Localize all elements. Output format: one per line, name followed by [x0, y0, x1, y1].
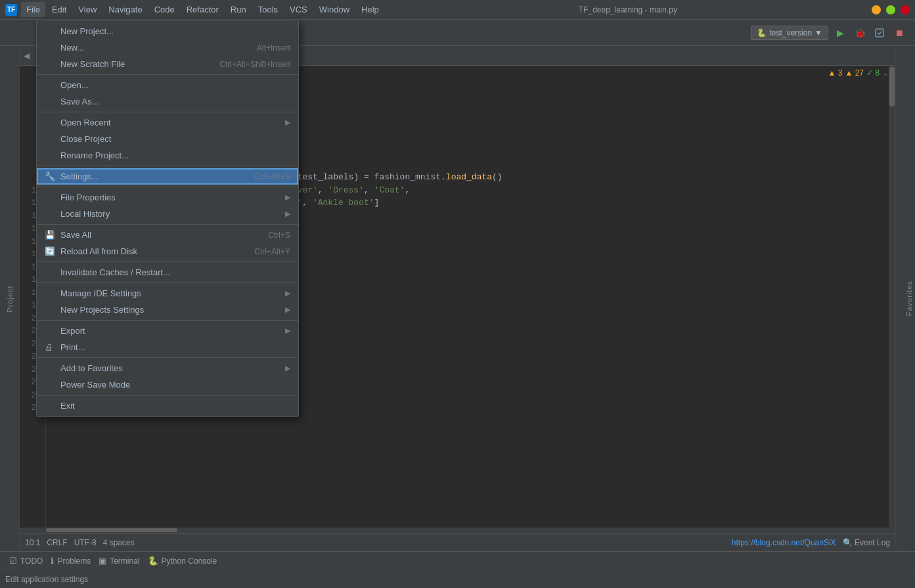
h-scroll[interactable]: [20, 528, 895, 533]
menu-entry-export[interactable]: Export ▶: [37, 323, 298, 339]
add-favorites-label: Add to Favorites: [60, 363, 285, 373]
menu-tools[interactable]: Tools: [253, 2, 283, 17]
menu-entry-reload-all[interactable]: 🔄 Reload All from Disk Ctrl+Alt+Y: [37, 243, 298, 260]
status-bar: 10:1 CRLF UTF-8 4 spaces https://blog.cs…: [20, 533, 895, 551]
debug-button[interactable]: 🐞: [852, 25, 868, 41]
settings-label: Settings...: [60, 171, 241, 181]
menu-entry-save-as[interactable]: Save As...: [37, 93, 298, 110]
menu-entry-rename-project[interactable]: Rename Project...: [37, 147, 298, 164]
editor-scrollbar[interactable]: [889, 66, 895, 528]
menu-entry-close-project[interactable]: Close Project: [37, 131, 298, 147]
status-right: https://blog.csdn.net/QuanSiX 🔍 Event Lo…: [732, 538, 890, 547]
settings-shortcut: Ctrl+Alt+S: [254, 172, 290, 181]
reload-all-label: Reload All from Disk: [60, 246, 241, 256]
reload-all-icon: 🔄: [45, 246, 58, 256]
problems-icon: ℹ: [51, 556, 54, 566]
error-count: ▲ 27: [845, 68, 864, 78]
gutter-warnings: ▲ 3 ▲ 27 ✓ 8 ⌄: [828, 68, 889, 78]
menu-entry-new[interactable]: New... Alt+Insert: [37, 39, 298, 56]
separator-2: [37, 112, 298, 112]
save-all-shortcut: Ctrl+S: [268, 231, 290, 240]
menu-entry-new-projects[interactable]: New Projects Settings ▶: [37, 302, 298, 318]
new-scratch-shortcut: Ctrl+Alt+Shift+Insert: [219, 60, 290, 69]
save-all-label: Save All: [60, 230, 255, 240]
separator-10: [37, 395, 298, 396]
manage-ide-label: Manage IDE Settings: [60, 288, 285, 298]
menu-bar: File Edit View Navigate Code Refactor Ru…: [21, 2, 384, 17]
run-button[interactable]: ▶: [832, 25, 848, 41]
event-log[interactable]: 🔍 Event Log: [843, 538, 890, 547]
status-line-ending[interactable]: CRLF: [47, 538, 67, 547]
menu-entry-manage-ide[interactable]: Manage IDE Settings ▶: [37, 285, 298, 302]
warning-count: ▲ 3: [828, 68, 843, 78]
favorites-label: Favorites: [905, 281, 913, 316]
editor-scrollbar-thumb[interactable]: [889, 67, 895, 106]
python-console-label: Python Console: [162, 556, 217, 566]
menu-file[interactable]: File: [21, 2, 45, 17]
status-indent[interactable]: 4 spaces: [103, 538, 135, 547]
file-menu: New Project... New... Alt+Insert New Scr…: [36, 20, 299, 417]
close-button[interactable]: [901, 5, 910, 14]
menu-run[interactable]: Run: [225, 2, 252, 17]
menu-refactor[interactable]: Refactor: [181, 2, 224, 17]
run-config-button[interactable]: 🐍 test_version ▼: [751, 26, 828, 40]
menu-entry-settings[interactable]: 🔧 Settings... Ctrl+Alt+S: [37, 168, 298, 185]
menu-entry-invalidate[interactable]: Invalidate Caches / Restart...: [37, 264, 298, 281]
bottom-tab-terminal[interactable]: ▣ Terminal: [95, 552, 143, 570]
bottom-tab-python-console[interactable]: 🐍 Python Console: [144, 552, 221, 570]
app-status-bar: Edit application settings: [0, 570, 915, 588]
h-scroll-thumb[interactable]: [46, 528, 177, 532]
maximize-button[interactable]: [886, 5, 895, 14]
line-ending-label: CRLF: [47, 538, 67, 547]
menu-entry-open-recent[interactable]: Open Recent ▶: [37, 114, 298, 131]
edit-settings-label[interactable]: Edit application settings: [5, 575, 88, 584]
title-bar: TF File Edit View Navigate Code Refactor…: [0, 0, 915, 20]
menu-entry-file-properties[interactable]: File Properties ▶: [37, 189, 298, 206]
new-project-label: New Project...: [60, 26, 290, 36]
run-config-label: test_version: [769, 28, 812, 37]
menu-code[interactable]: Code: [149, 2, 180, 17]
coverage-button[interactable]: [872, 25, 887, 41]
bottom-tab-todo[interactable]: ☑ TODO: [5, 552, 47, 570]
new-shortcut: Alt+Insert: [257, 43, 290, 53]
save-as-label: Save As...: [60, 97, 290, 106]
stop-button[interactable]: ⏹: [891, 25, 907, 41]
new-projects-label: New Projects Settings: [60, 305, 285, 315]
menu-entry-exit[interactable]: Exit: [37, 397, 298, 414]
export-label: Export: [60, 326, 285, 336]
menu-entry-local-history[interactable]: Local History ▶: [37, 206, 298, 222]
new-label: New...: [60, 43, 244, 53]
status-encoding[interactable]: UTF-8: [74, 538, 97, 547]
new-scratch-label: New Scratch File: [60, 59, 206, 69]
menu-vcs[interactable]: VCS: [284, 2, 313, 17]
todo-label: TODO: [20, 556, 43, 566]
menu-help[interactable]: Help: [356, 2, 384, 17]
menu-window[interactable]: Window: [314, 2, 355, 17]
menu-view[interactable]: View: [73, 2, 102, 17]
problems-label: Problems: [57, 556, 91, 566]
python-console-icon: 🐍: [148, 556, 158, 566]
menu-entry-print[interactable]: 🖨 Print...: [37, 339, 298, 355]
minimize-button[interactable]: [872, 5, 881, 14]
bottom-tab-problems[interactable]: ℹ Problems: [47, 552, 95, 570]
menu-navigate[interactable]: Navigate: [103, 2, 147, 17]
settings-icon: 🔧: [45, 171, 58, 181]
run-config-icon: 🐍: [757, 28, 767, 37]
menu-entry-new-scratch[interactable]: New Scratch File Ctrl+Alt+Shift+Insert: [37, 56, 298, 72]
tab-scroll-left[interactable]: ◀: [20, 47, 33, 65]
status-position: 10:1: [25, 538, 40, 547]
menu-entry-power-save[interactable]: Power Save Mode: [37, 376, 298, 393]
favorites-sidebar: Favorites: [902, 46, 915, 551]
menu-entry-new-project[interactable]: New Project...: [37, 23, 298, 39]
menu-edit[interactable]: Edit: [47, 2, 72, 17]
info-count: ✓ 8: [866, 68, 880, 78]
menu-entry-add-favorites[interactable]: Add to Favorites ▶: [37, 360, 298, 376]
bottom-bar: ☑ TODO ℹ Problems ▣ Terminal 🐍 Python Co…: [0, 551, 915, 570]
add-favorites-arrow: ▶: [285, 364, 290, 373]
status-url[interactable]: https://blog.csdn.net/QuanSiX: [732, 538, 836, 547]
menu-entry-open[interactable]: Open...: [37, 77, 298, 93]
menu-entry-save-all[interactable]: 💾 Save All Ctrl+S: [37, 227, 298, 243]
rename-project-label: Rename Project...: [60, 150, 290, 160]
fold-expand[interactable]: ⌄: [882, 68, 889, 78]
print-icon: 🖨: [45, 342, 58, 352]
